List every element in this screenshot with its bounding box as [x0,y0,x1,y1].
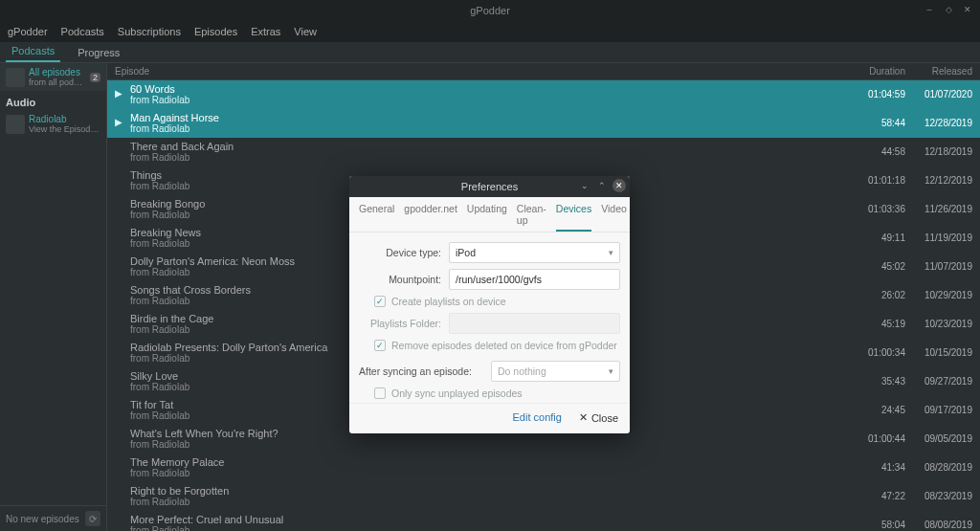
unplayed-badge: 2 [90,73,100,82]
sidebar: All episodes from all podcasts 2 Audio R… [0,63,107,531]
dialog-chevron-up-icon[interactable]: ⌃ [595,179,609,192]
episode-row[interactable]: More Perfect: Cruel and Unusualfrom Radi… [107,511,980,531]
tab-cleanup[interactable]: Clean-up [517,203,546,232]
column-duration[interactable]: Duration [848,66,905,77]
episode-duration: 01:00:34 [848,342,905,358]
episode-released: 08/28/2019 [905,456,972,473]
menubar: gPodder Podcasts Subscriptions Episodes … [0,21,980,42]
menu-episodes[interactable]: Episodes [194,26,237,37]
play-icon [111,514,126,531]
window-titlebar: gPodder – ◇ ✕ [0,0,980,21]
chevron-down-icon: ▾ [609,248,613,257]
episode-row[interactable]: ▶Man Against Horsefrom Radiolab58:4412/2… [107,109,980,138]
main-tabs: Podcasts Progress [0,42,980,63]
episode-released: 11/19/2019 [905,227,972,243]
episode-title: The Memory Palace [130,456,848,468]
episode-released: 08/08/2019 [905,514,972,530]
play-icon [111,255,126,275]
mountpoint-input[interactable]: /run/user/1000/gvfs [449,269,620,290]
sidebar-item-all-episodes[interactable]: All episodes from all podcasts 2 [0,63,106,91]
window-title: gPodder [470,5,510,16]
tab-updating[interactable]: Updating [467,203,507,232]
episode-released: 09/05/2019 [905,428,972,444]
dialog-title: Preferences [461,181,518,192]
create-playlists-checkbox[interactable]: ✓ [374,296,386,307]
play-icon [111,313,126,332]
episode-released: 10/23/2019 [905,313,972,329]
play-icon [111,284,126,303]
episode-row[interactable]: Right to be Forgottenfrom Radiolab47:220… [107,482,980,511]
episode-released: 11/26/2019 [905,198,972,214]
play-icon [111,169,126,188]
tab-podcasts[interactable]: Podcasts [6,41,60,62]
episode-duration: 49:11 [848,227,905,243]
episode-title: 60 Words [130,83,848,95]
episode-duration: 58:44 [848,112,905,128]
episode-duration: 24:45 [848,399,905,415]
episode-source: from Radiolab [130,123,848,134]
dialog-titlebar: Preferences ⌄ ⌃ ✕ [349,176,630,197]
tab-devices[interactable]: Devices [556,203,591,232]
window-maximize-icon[interactable]: ◇ [942,3,955,16]
play-icon: ▶ [111,83,126,102]
only-unplayed-checkbox[interactable]: ✓ [374,387,386,399]
episode-duration: 47:22 [848,485,905,501]
episode-duration: 45:02 [848,255,905,272]
episode-duration: 01:01:18 [848,169,905,186]
menu-gpodder[interactable]: gPodder [8,26,48,37]
after-sync-select[interactable]: Do nothing ▾ [491,361,620,382]
episode-released: 01/07/2020 [905,83,972,100]
menu-subscriptions[interactable]: Subscriptions [118,26,181,37]
device-type-value: iPod [456,247,476,258]
play-icon [111,399,126,418]
dialog-chevron-down-icon[interactable]: ⌄ [578,179,591,192]
dialog-close-icon[interactable]: ✕ [612,179,626,192]
tab-video[interactable]: Video [601,203,627,232]
close-button[interactable]: ✕ Close [579,411,618,424]
sidebar-item-radiolab[interactable]: Radiolab View the Episode ... [0,110,106,138]
episode-row[interactable]: There and Back Againfrom Radiolab44:5812… [107,138,980,166]
menu-podcasts[interactable]: Podcasts [61,26,104,37]
episode-released: 10/15/2019 [905,342,972,358]
sidebar-item-sub: from all podcasts [29,77,86,87]
remove-deleted-checkbox[interactable]: ✓ [374,340,386,351]
create-playlists-label: Create playlists on device [391,296,506,307]
episode-released: 11/07/2019 [905,255,972,272]
menu-extras[interactable]: Extras [251,26,280,37]
sidebar-item-label: Radiolab [29,114,100,124]
preferences-tabs: General gpodder.net Updating Clean-up De… [349,197,630,232]
episode-row[interactable]: ▶60 Wordsfrom Radiolab01:04:5901/07/2020 [107,80,980,109]
after-sync-label: After syncing an episode: [359,365,483,377]
tab-progress[interactable]: Progress [72,43,125,62]
remove-deleted-label: Remove episodes deleted on device from g… [391,340,617,351]
tab-general[interactable]: General [359,203,394,232]
column-released[interactable]: Released [905,66,972,77]
episode-released: 09/27/2019 [905,370,972,387]
play-icon [111,456,126,476]
episode-row[interactable]: The Memory Palacefrom Radiolab41:3408/28… [107,454,980,482]
close-button-label: Close [591,412,618,424]
mountpoint-label: Mountpoint: [359,274,441,285]
episode-duration: 01:00:44 [848,428,905,444]
sidebar-item-sub: View the Episode ... [29,124,100,134]
episode-title: Man Against Horse [130,112,848,123]
episode-released: 10/29/2019 [905,284,972,300]
play-icon [111,227,126,246]
only-unplayed-label: Only sync unplayed episodes [391,387,523,399]
episode-list-header: Episode Duration Released [107,63,980,80]
sidebar-heading-audio: Audio [0,91,106,110]
device-type-select[interactable]: iPod ▾ [449,242,620,263]
play-icon [111,342,126,361]
refresh-icon[interactable]: ⟳ [85,511,100,526]
episode-released: 08/23/2019 [905,485,972,501]
window-minimize-icon[interactable]: – [923,3,936,16]
edit-config-button[interactable]: Edit config [513,411,562,424]
episode-title: There and Back Again [130,141,848,152]
play-icon [111,141,126,160]
window-close-icon[interactable]: ✕ [961,3,974,16]
tab-gpoddernet[interactable]: gpodder.net [404,203,457,232]
menu-view[interactable]: View [294,26,317,37]
all-episodes-icon [6,68,25,87]
column-episode[interactable]: Episode [115,66,848,77]
episode-duration: 41:34 [848,456,905,473]
